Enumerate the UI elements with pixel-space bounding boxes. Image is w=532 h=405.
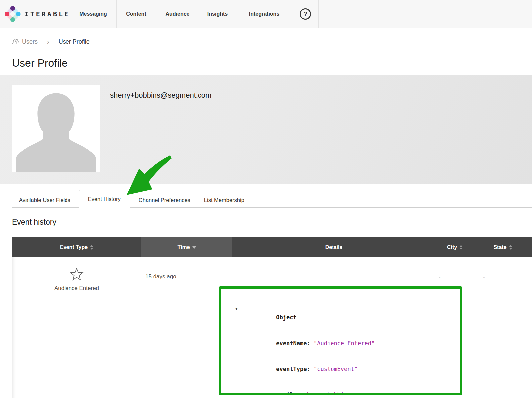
column-header-event-type[interactable]: Event Type <box>12 237 141 257</box>
help-glyph: ? <box>303 10 307 18</box>
help-icon: ? <box>300 8 311 20</box>
breadcrumb-users-link[interactable]: Users <box>22 38 38 45</box>
json-root-line: ▼Object <box>235 304 454 330</box>
column-header-details: Details <box>232 237 436 257</box>
time-cell: 15 days ago <box>145 273 176 280</box>
tab-available-user-fields[interactable]: Available User Fields <box>12 193 77 207</box>
column-header-city[interactable]: City <box>436 237 474 257</box>
annotation-arrow-icon <box>124 152 174 197</box>
nav-item-audience[interactable]: Audience <box>156 0 199 28</box>
breadcrumb: Users › User Profile <box>12 37 532 46</box>
state-value: - <box>480 274 488 280</box>
city-value: - <box>436 274 444 280</box>
profile-tabs: Available User Fields Event History Chan… <box>12 190 532 208</box>
json-line-eventName: eventName: "Audience Entered" <box>235 330 454 356</box>
column-label: Details <box>325 244 342 250</box>
column-label: Event Type <box>60 244 88 250</box>
event-type-cell: Audience Entered <box>12 268 141 292</box>
breadcrumb-separator-icon: › <box>47 38 49 46</box>
nav-item-content[interactable]: Content <box>116 0 156 28</box>
person-silhouette-icon <box>12 85 100 172</box>
column-header-state[interactable]: State <box>474 237 532 257</box>
page-title: User Profile <box>12 57 532 69</box>
table-row: Audience Entered 15 days ago - - ▼Object… <box>12 257 532 398</box>
column-label: Time <box>177 244 190 250</box>
column-label: City <box>447 244 457 250</box>
users-icon <box>12 39 19 45</box>
json-line-email: email: "sherry+bobbins@segment.com" <box>235 382 454 395</box>
breadcrumb-current: User Profile <box>59 38 90 45</box>
top-nav: ITERABLE Messaging Content Audience Insi… <box>0 0 532 28</box>
sort-icon-event-type[interactable] <box>90 245 93 250</box>
sort-icon-state[interactable] <box>509 245 512 250</box>
event-history-table: Event Type Time Details City State <box>12 237 532 398</box>
tab-list-membership[interactable]: List Membership <box>197 193 251 207</box>
avatar <box>12 85 100 172</box>
table-header: Event Type Time Details City State <box>12 237 532 257</box>
sort-desc-icon-time[interactable] <box>192 246 196 249</box>
nav-item-insights[interactable]: Insights <box>199 0 236 28</box>
brand-name: ITERABLE <box>25 10 70 18</box>
event-type-label: Audience Entered <box>54 285 99 292</box>
iterable-logo-icon <box>5 4 21 24</box>
star-icon <box>70 268 84 281</box>
tab-event-history[interactable]: Event History <box>79 190 130 208</box>
page: ITERABLE Messaging Content Audience Insi… <box>0 0 532 405</box>
event-details-json: ▼Object eventName: "Audience Entered" ev… <box>219 286 462 395</box>
column-label: State <box>493 244 506 250</box>
nav-item-messaging[interactable]: Messaging <box>70 0 116 28</box>
help-button[interactable]: ? <box>292 0 319 28</box>
event-history-heading: Event history <box>12 218 532 227</box>
collapse-expanded-icon[interactable]: ▼ <box>235 305 241 313</box>
relative-time-link[interactable]: 15 days ago <box>145 273 176 282</box>
json-line-eventType: eventType: "customEvent" <box>235 356 454 382</box>
profile-hero: sherry+bobbins@segment.com <box>0 75 532 184</box>
sort-icon-city[interactable] <box>459 245 463 250</box>
json-object-label: Object <box>276 314 296 321</box>
brand-logo[interactable]: ITERABLE <box>0 0 70 28</box>
nav-item-integrations[interactable]: Integrations <box>236 0 292 28</box>
column-header-time[interactable]: Time <box>141 237 232 257</box>
